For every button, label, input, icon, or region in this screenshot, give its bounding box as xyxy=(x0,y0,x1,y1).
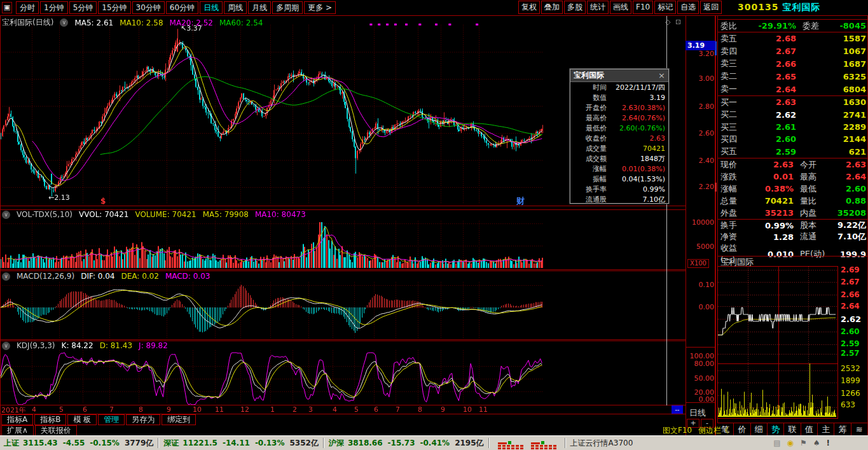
time-label: 4 xyxy=(333,405,337,414)
tool-button-返回[interactable]: 返回 xyxy=(700,1,722,14)
graphic-f10-link[interactable]: 图文F10 xyxy=(663,426,692,435)
tool-button-画线[interactable]: 画线 xyxy=(610,1,631,14)
order-price: 2.62 xyxy=(745,110,796,120)
buy-row[interactable]: 买四2.602144 xyxy=(717,133,868,145)
period-tab-15分钟[interactable]: 15分钟 xyxy=(98,1,130,14)
index-2-pct: -0.13% xyxy=(255,439,285,447)
order-level-label: 买一 xyxy=(717,97,745,108)
period-tab-5分钟[interactable]: 5分钟 xyxy=(69,1,97,14)
period-tab-日线[interactable]: 日线 xyxy=(200,1,223,14)
ma5-label: MA5: 2.61 xyxy=(74,18,113,27)
index-3-name[interactable]: 沪深 xyxy=(329,438,344,449)
coin-icon[interactable]: ◉ xyxy=(787,439,794,447)
tool-button-自选[interactable]: 自选 xyxy=(677,1,699,14)
mini-intraday-chart[interactable] xyxy=(717,266,838,419)
resize-waves-icon[interactable]: ≋ xyxy=(851,423,868,435)
alert-icon[interactable]: ! xyxy=(827,439,830,447)
panel-toggle-icon[interactable]: ⊡ xyxy=(675,18,681,26)
collapse-icon[interactable]: ∨ xyxy=(2,211,10,219)
period-tab-周线[interactable]: 周线 xyxy=(224,1,247,14)
tab-指标A[interactable]: 指标A xyxy=(1,414,33,425)
axis-tick: 80.00 xyxy=(685,360,714,368)
doc-icon[interactable]: ▤ xyxy=(773,439,780,447)
tab-管理[interactable]: 管理 xyxy=(98,414,125,425)
period-tab-30分钟[interactable]: 30分钟 xyxy=(132,1,165,14)
mini-tab-筹[interactable]: 筹 xyxy=(834,423,851,435)
axis-tick: 0.00 xyxy=(685,303,714,311)
period-tab-60分钟[interactable]: 60分钟 xyxy=(166,1,198,14)
popup-row-value: 0.01(0.38%) xyxy=(607,165,665,173)
info-label: 涨幅 xyxy=(717,183,749,195)
order-volume: 1587 xyxy=(796,34,868,43)
macd-chart[interactable] xyxy=(0,282,685,339)
buy-row[interactable]: 买三2.612289 xyxy=(717,121,868,133)
flag-icon[interactable]: ⚑ xyxy=(800,439,807,447)
order-level-label: 卖四 xyxy=(717,46,745,57)
buy-row[interactable]: 买五2.59621 xyxy=(717,146,868,158)
sell-row[interactable]: 卖五2.681587 xyxy=(717,32,868,45)
period-tab-月线[interactable]: 月线 xyxy=(248,1,271,14)
index-2-name[interactable]: 深证 xyxy=(163,438,179,449)
mini-tab-价[interactable]: 价 xyxy=(734,423,750,435)
weicha-label: 委差 xyxy=(796,20,829,32)
collapse-icon[interactable]: ∨ xyxy=(60,18,68,27)
server-name[interactable]: 上证云行情A3700 xyxy=(570,438,633,449)
tab-指标B[interactable]: 指标B xyxy=(34,414,66,425)
j-label: J: 89.82 xyxy=(139,341,168,350)
sidebar-toggle-link[interactable]: 侧边栏《 xyxy=(698,426,729,435)
window-icon[interactable]: ▣ xyxy=(2,2,12,13)
tab-模 板[interactable]: 模 板 xyxy=(67,414,97,425)
spade-icon[interactable]: ♠ xyxy=(813,439,820,447)
order-level-label: 买四 xyxy=(717,134,745,145)
sell-row[interactable]: 卖一2.646804 xyxy=(717,83,868,95)
tool-button-统计[interactable]: 统计 xyxy=(587,1,609,14)
sell-row[interactable]: 卖四2.671067 xyxy=(717,45,868,58)
mini-tab-联[interactable]: 联 xyxy=(784,423,801,435)
tab-关联报价[interactable]: 关联报价 xyxy=(35,425,77,436)
volume-chart[interactable] xyxy=(0,221,685,269)
close-icon[interactable]: × xyxy=(658,71,665,80)
tab-另存为[interactable]: 另存为 xyxy=(126,414,160,425)
tool-button-多股[interactable]: 多股 xyxy=(564,1,586,14)
order-volume: 2144 xyxy=(796,134,868,144)
period-tab-多周期[interactable]: 多周期 xyxy=(272,1,303,14)
period-tab-1分钟[interactable]: 1分钟 xyxy=(40,1,68,14)
tool-button-复权[interactable]: 复权 xyxy=(518,1,540,14)
period-tab-分时[interactable]: 分时 xyxy=(16,1,39,14)
mini-price-tick: 2.57 xyxy=(841,349,860,358)
mini-tab-值[interactable]: 值 xyxy=(801,423,818,435)
sell-row[interactable]: 卖三2.661687 xyxy=(717,58,868,71)
sell-row[interactable]: 卖二2.656325 xyxy=(717,70,868,83)
mini-tab-细[interactable]: 细 xyxy=(751,423,768,435)
info-value: 7.10亿 xyxy=(827,231,868,243)
tool-button-F10[interactable]: F10 xyxy=(633,1,653,14)
signal-icon xyxy=(498,441,523,449)
kdj-chart[interactable] xyxy=(0,347,685,405)
vol-ma5-label: MA5: 79908 xyxy=(203,210,249,219)
info-row: 现价2.63今开2.63 xyxy=(717,158,868,171)
collapse-icon[interactable]: ∨ xyxy=(2,272,10,281)
mini-price-tick: 2.69 xyxy=(841,265,860,274)
axis-tick: 2.60 xyxy=(685,129,714,137)
tool-button-叠加[interactable]: 叠加 xyxy=(541,1,563,14)
time-label: 6 xyxy=(374,405,378,414)
quote-info-block: 现价2.63今开2.63涨跌0.01最高2.64涨幅0.38%最低2.60总量7… xyxy=(717,158,868,219)
tool-button-标记[interactable]: 标记 xyxy=(654,1,676,14)
tab-绑定到[interactable]: 绑定到 xyxy=(162,414,196,425)
mini-tab-主[interactable]: 主 xyxy=(818,423,834,435)
popup-title-bar[interactable]: 宝利国际 × xyxy=(570,69,668,82)
order-price: 2.67 xyxy=(745,46,796,56)
info-value: 199.9 xyxy=(827,250,868,259)
tab-扩展∧[interactable]: 扩展∧ xyxy=(1,425,34,436)
index-1-name[interactable]: 上证 xyxy=(4,438,19,449)
order-volume: 6804 xyxy=(796,85,868,94)
period-tab-更多 >[interactable]: 更多 > xyxy=(304,1,336,14)
buy-row[interactable]: 买一2.631630 xyxy=(717,96,868,108)
collapse-icon[interactable]: ∨ xyxy=(2,342,10,350)
signal-strength-icons xyxy=(494,437,560,449)
mini-vol-tick: 633 xyxy=(841,400,855,409)
info-row: 总量70421量比0.88 xyxy=(717,195,868,207)
info-row: 涨幅0.38%最低2.60 xyxy=(717,183,868,195)
mini-tab-势[interactable]: 势 xyxy=(768,423,784,435)
buy-row[interactable]: 买二2.622741 xyxy=(717,108,868,120)
